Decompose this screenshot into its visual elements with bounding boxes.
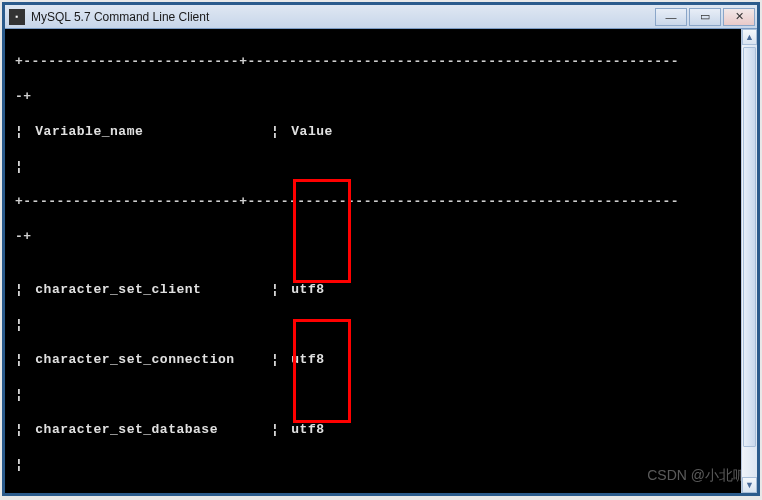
- var-value: utf8: [291, 352, 324, 367]
- header-col-1: Variable_name: [35, 124, 143, 139]
- var-name: character_set_client: [35, 282, 201, 297]
- row-wrap: ¦: [15, 386, 747, 404]
- scroll-thumb[interactable]: [743, 47, 756, 447]
- window-title: MySQL 5.7 Command Line Client: [31, 10, 655, 24]
- highlight-box-2: [293, 319, 351, 423]
- separator-tail: -+: [15, 88, 747, 106]
- window-controls: — ▭ ✕: [655, 8, 755, 26]
- minimize-button[interactable]: —: [655, 8, 687, 26]
- scroll-down-button[interactable]: ▼: [742, 477, 757, 493]
- app-window: ▪ MySQL 5.7 Command Line Client — ▭ ✕ +-…: [2, 2, 760, 496]
- separator-line: +--------------------------+------------…: [15, 53, 747, 71]
- header-col-2: Value: [291, 124, 333, 139]
- table-row: ¦ character_set_client¦ utf8: [15, 281, 747, 299]
- title-bar[interactable]: ▪ MySQL 5.7 Command Line Client — ▭ ✕: [5, 5, 757, 29]
- var-value: utf8: [291, 282, 324, 297]
- separator-line: +--------------------------+------------…: [15, 193, 747, 211]
- terminal-output[interactable]: +--------------------------+------------…: [5, 29, 757, 491]
- separator-tail: -+: [15, 228, 747, 246]
- close-button[interactable]: ✕: [723, 8, 755, 26]
- app-icon: ▪: [9, 9, 25, 25]
- table-header-row: ¦ Variable_name¦ Value: [15, 123, 747, 141]
- var-name: character_set_database: [35, 422, 218, 437]
- header-wrap: ¦: [15, 158, 747, 176]
- vertical-scrollbar[interactable]: ▲ ▼: [741, 29, 757, 493]
- watermark: CSDN @小北呱: [647, 466, 747, 485]
- maximize-button[interactable]: ▭: [689, 8, 721, 26]
- var-name: character_set_connection: [35, 352, 234, 367]
- row-wrap: ¦: [15, 456, 747, 474]
- table-row: ¦ character_set_connection¦ utf8: [15, 351, 747, 369]
- scroll-up-button[interactable]: ▲: [742, 29, 757, 45]
- var-value: utf8: [291, 422, 324, 437]
- table-row: ¦ character_set_database¦ utf8: [15, 421, 747, 439]
- row-wrap: ¦: [15, 316, 747, 334]
